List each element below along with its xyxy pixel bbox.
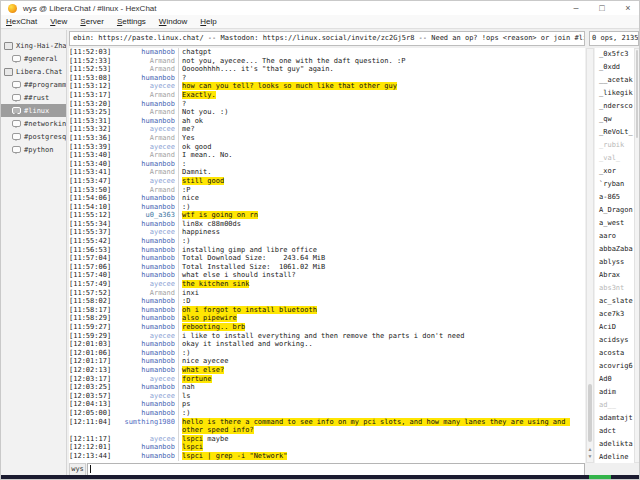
nick[interactable]: humanbob bbox=[113, 254, 175, 263]
nick[interactable]: Armand bbox=[113, 151, 175, 160]
userlist-item[interactable]: _ndersco bbox=[595, 100, 634, 113]
nick[interactable]: ayecee bbox=[113, 177, 175, 186]
nick[interactable]: Armand bbox=[113, 289, 175, 298]
userlist-item[interactable]: abs3nt bbox=[595, 282, 634, 295]
nick[interactable]: Armand bbox=[113, 65, 175, 74]
nick[interactable]: humanbob bbox=[113, 48, 175, 57]
nick[interactable]: ayecee bbox=[113, 375, 175, 384]
userlist-item[interactable]: ac_slate bbox=[595, 295, 634, 308]
nick[interactable]: ayecee bbox=[113, 143, 175, 152]
nick[interactable]: Armand bbox=[113, 91, 175, 100]
maximize-button[interactable]: □ bbox=[589, 1, 615, 15]
menu-settings[interactable]: Settings bbox=[117, 17, 146, 26]
nick[interactable]: humanbob bbox=[113, 443, 175, 452]
userlist-item[interactable]: ad__ bbox=[595, 399, 634, 412]
minimize-button[interactable]: – bbox=[563, 1, 589, 15]
userlist-item[interactable]: Adeline bbox=[595, 451, 634, 463]
userlist-item[interactable]: a_west bbox=[595, 217, 634, 230]
userlist-item[interactable]: adamtajt bbox=[595, 412, 634, 425]
nick[interactable]: ayecee bbox=[113, 280, 175, 289]
sidebar-item-xing-hai-zha[interactable]: Xing-Hai-Zha bbox=[1, 39, 66, 52]
topic-input[interactable]: ebin: https://paste.linux.chat/ -- Masto… bbox=[69, 31, 585, 46]
nick[interactable]: sumthing1980 bbox=[113, 418, 175, 435]
userlist-item[interactable]: _likegik bbox=[595, 87, 634, 100]
userlist-item[interactable]: adelikta bbox=[595, 438, 634, 451]
sidebar-item-rust[interactable]: ##rust bbox=[1, 91, 66, 104]
nick[interactable]: humanbob bbox=[113, 357, 175, 366]
nick[interactable]: Armand bbox=[113, 168, 175, 177]
userlist-item[interactable]: aaro bbox=[595, 230, 634, 243]
userlist-item[interactable]: AciD bbox=[595, 321, 634, 334]
nick[interactable]: humanbob bbox=[113, 409, 175, 418]
nick[interactable]: humanbob bbox=[113, 220, 175, 229]
userlist-item[interactable]: _0xdd bbox=[595, 61, 634, 74]
nick[interactable]: humanbob bbox=[113, 194, 175, 203]
sidebar-item-linux[interactable]: #linux bbox=[1, 104, 66, 117]
userlist-item[interactable]: _qw bbox=[595, 113, 634, 126]
nick[interactable]: Armand bbox=[113, 57, 175, 66]
userlist-item[interactable]: acovrig6 bbox=[595, 360, 634, 373]
nick[interactable]: ayecee bbox=[113, 228, 175, 237]
nick[interactable]: humanbob bbox=[113, 366, 175, 375]
sidebar-item-postgresql[interactable]: #postgresql bbox=[1, 130, 66, 143]
scroll-arrows-icon[interactable]: ▲▼ bbox=[587, 446, 593, 460]
nick[interactable]: humanbob bbox=[113, 452, 175, 461]
nick[interactable]: humanbob bbox=[113, 117, 175, 126]
nick[interactable]: humanbob bbox=[113, 74, 175, 83]
userlist-item[interactable]: Abrax bbox=[595, 269, 634, 282]
menu-server[interactable]: Server bbox=[80, 17, 104, 26]
sidebar-item-libera-chat[interactable]: Libera.Chat bbox=[1, 65, 66, 78]
nick[interactable]: humanbob bbox=[113, 246, 175, 255]
userlist-item[interactable]: acosta bbox=[595, 347, 634, 360]
menu-hexchat[interactable]: HexChat bbox=[6, 17, 37, 26]
nick[interactable]: humanbob bbox=[113, 160, 175, 169]
nick[interactable]: ayecee bbox=[113, 125, 175, 134]
userlist-item[interactable]: acidsys bbox=[595, 334, 634, 347]
menu-window[interactable]: Window bbox=[159, 17, 187, 26]
sidebar-item-python[interactable]: #python bbox=[1, 143, 66, 156]
nick[interactable]: humanbob bbox=[113, 237, 175, 246]
nick[interactable]: humanbob bbox=[113, 306, 175, 315]
nick[interactable]: humanbob bbox=[113, 349, 175, 358]
userlist-item[interactable]: `ryban bbox=[595, 178, 634, 191]
chat-scrollbar[interactable]: ▲▼ bbox=[586, 48, 594, 463]
userlist-scrollbar-thumb[interactable] bbox=[636, 50, 638, 138]
nick[interactable]: u0_a363 bbox=[113, 211, 175, 220]
userlist-item[interactable]: _rubik bbox=[595, 139, 634, 152]
taskbar-item[interactable] bbox=[589, 475, 611, 479]
userlist-item[interactable]: adct bbox=[595, 425, 634, 438]
userlist-item[interactable]: adim bbox=[595, 386, 634, 399]
nick[interactable]: ayecee bbox=[113, 82, 175, 91]
nick[interactable]: ayecee bbox=[113, 392, 175, 401]
userlist-item[interactable]: Ad0 bbox=[595, 373, 634, 386]
userlist-item[interactable]: abbaZaba bbox=[595, 243, 634, 256]
userlist-item[interactable]: __acetak bbox=[595, 74, 634, 87]
close-button[interactable]: × bbox=[615, 1, 640, 15]
sidebar-item-programm[interactable]: ##programm bbox=[1, 78, 66, 91]
nick[interactable]: humanbob bbox=[113, 271, 175, 280]
nick[interactable]: humanbob bbox=[113, 297, 175, 306]
nick[interactable]: humanbob bbox=[113, 263, 175, 272]
userlist-item[interactable]: _xor bbox=[595, 165, 634, 178]
sidebar-item-networking[interactable]: #networking bbox=[1, 117, 66, 130]
userlist-item[interactable]: _val_ bbox=[595, 152, 634, 165]
nick[interactable]: ayecee bbox=[113, 332, 175, 341]
nick[interactable]: humanbob bbox=[113, 400, 175, 409]
nick[interactable]: humanbob bbox=[113, 203, 175, 212]
userlist-item[interactable]: _ReVoLt_ bbox=[595, 126, 634, 139]
nick[interactable]: ayecee bbox=[113, 435, 175, 444]
nick[interactable]: Armand bbox=[113, 134, 175, 143]
sidebar-item-general[interactable]: #general bbox=[1, 52, 66, 65]
userlist-scrollbar[interactable] bbox=[634, 48, 640, 463]
nick[interactable]: humanbob bbox=[113, 100, 175, 109]
nick[interactable]: humanbob bbox=[113, 383, 175, 392]
menu-view[interactable]: View bbox=[50, 17, 67, 26]
nick[interactable]: Armand bbox=[113, 186, 175, 195]
userlist-item[interactable]: a-865 bbox=[595, 191, 634, 204]
chat-scrollbar-thumb[interactable] bbox=[588, 384, 592, 442]
userlist-item[interactable]: _0x5fc3 bbox=[595, 48, 634, 61]
nick[interactable]: humanbob bbox=[113, 323, 175, 332]
userlist-item[interactable]: ace7k3 bbox=[595, 308, 634, 321]
menu-help[interactable]: Help bbox=[200, 17, 216, 26]
taskbar[interactable] bbox=[1, 475, 640, 479]
